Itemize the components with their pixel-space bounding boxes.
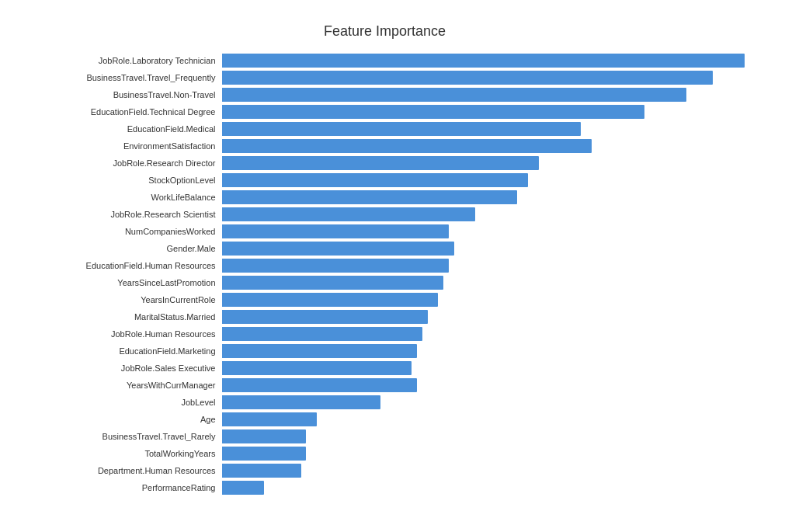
bar-fill <box>222 242 454 256</box>
chart-body: JobRole.Laboratory TechnicianBusinessTra… <box>20 52 750 509</box>
bar-row: MaritalStatus.Married <box>20 308 750 325</box>
bar-row: Age <box>20 411 750 427</box>
bar-label: JobRole.Research Director <box>20 158 222 168</box>
bar-row: PerformanceRating <box>20 479 750 495</box>
bar-track <box>222 122 750 136</box>
bar-track <box>222 481 750 495</box>
bar-label: NumCompaniesWorked <box>20 227 222 236</box>
bar-label: Gender.Male <box>20 244 222 253</box>
bar-track <box>222 293 750 307</box>
bar-label: BusinessTravel.Travel_Rarely <box>20 432 222 441</box>
bar-label: BusinessTravel.Non-Travel <box>20 90 222 99</box>
bar-label: JobRole.Human Resources <box>20 329 222 339</box>
bar-track <box>222 310 750 324</box>
bar-fill <box>222 156 539 170</box>
bar-fill <box>222 139 592 153</box>
bar-track <box>222 105 750 119</box>
chart-container: Feature Importance JobRole.Laboratory Te… <box>12 8 773 524</box>
bar-fill <box>222 105 644 119</box>
bar-label: JobRole.Sales Executive <box>20 363 222 373</box>
bar-track <box>222 224 750 238</box>
bar-track <box>222 276 750 290</box>
bar-fill <box>222 344 418 358</box>
bar-fill <box>222 481 264 495</box>
bar-fill <box>222 293 439 307</box>
bar-track <box>222 344 750 358</box>
bar-label: YearsInCurrentRole <box>20 295 222 304</box>
bar-track <box>222 71 750 85</box>
bar-label: Department.Human Resources <box>20 466 222 475</box>
bar-label: EducationField.Human Resources <box>20 261 222 270</box>
bar-fill <box>222 395 380 409</box>
bar-label: JobRole.Laboratory Technician <box>20 56 222 65</box>
bar-fill <box>222 464 301 478</box>
bar-fill <box>222 224 449 238</box>
bar-label: YearsSinceLastPromotion <box>20 278 222 287</box>
bar-track <box>222 429 750 443</box>
bar-row: JobLevel <box>20 394 750 410</box>
bar-row: Gender.Male <box>20 240 750 256</box>
bar-fill <box>222 361 412 375</box>
bar-label: JobLevel <box>20 398 222 407</box>
bar-track <box>222 156 750 170</box>
bar-label: PerformanceRating <box>20 483 222 492</box>
bar-track <box>222 54 750 68</box>
bar-label: MaritalStatus.Married <box>20 312 222 322</box>
bar-track <box>222 242 750 256</box>
bar-fill <box>222 207 475 221</box>
bar-label: YearsWithCurrManager <box>20 381 222 390</box>
bar-fill <box>222 310 428 324</box>
bar-label: EducationField.Medical <box>20 124 222 134</box>
bar-fill <box>222 429 307 443</box>
bar-row: TotalWorkingYears <box>20 445 750 461</box>
bar-fill <box>222 327 422 341</box>
bar-row: Department.Human Resources <box>20 462 750 478</box>
bar-fill <box>222 122 581 136</box>
bar-label: EducationField.Technical Degree <box>20 107 222 116</box>
bar-fill <box>222 88 686 102</box>
bar-track <box>222 259 750 273</box>
bar-fill <box>222 71 713 85</box>
bar-row: YearsInCurrentRole <box>20 291 750 308</box>
bar-row: BusinessTravel.Travel_Rarely <box>20 428 750 444</box>
bar-label: TotalWorkingYears <box>20 449 222 458</box>
bar-fill <box>222 173 528 187</box>
bar-row: WorkLifeBalance <box>20 189 750 205</box>
bar-row: YearsSinceLastPromotion <box>20 274 750 290</box>
bar-track <box>222 464 750 478</box>
bar-track <box>222 88 750 102</box>
bar-track <box>222 139 750 153</box>
bar-label: Age <box>20 415 222 424</box>
bar-fill <box>222 276 444 290</box>
bar-row: EducationField.Technical Degree <box>20 103 750 120</box>
bar-fill <box>222 447 307 461</box>
bar-fill <box>222 259 449 273</box>
bar-row: BusinessTravel.Travel_Frequently <box>20 69 750 85</box>
bar-track <box>222 447 750 461</box>
bar-row: StockOptionLevel <box>20 172 750 188</box>
bar-label: WorkLifeBalance <box>20 193 222 202</box>
bar-label: StockOptionLevel <box>20 176 222 185</box>
bar-track <box>222 173 750 187</box>
bar-track <box>222 361 750 375</box>
bar-fill <box>222 378 418 392</box>
bar-label: EducationField.Marketing <box>20 346 222 356</box>
bar-track <box>222 378 750 392</box>
bar-row: JobRole.Sales Executive <box>20 360 750 376</box>
bar-row: YearsWithCurrManager <box>20 377 750 393</box>
bar-row: JobRole.Research Director <box>20 155 750 171</box>
bar-row: JobRole.Research Scientist <box>20 206 750 222</box>
chart-title: Feature Importance <box>20 23 750 40</box>
bar-row: EducationField.Human Resources <box>20 257 750 273</box>
bar-fill <box>222 412 317 426</box>
bar-row: EducationField.Medical <box>20 120 750 137</box>
bar-label: EnvironmentSatisfaction <box>20 141 222 151</box>
bar-row: EducationField.Marketing <box>20 342 750 359</box>
bar-track <box>222 327 750 341</box>
bar-fill <box>222 190 518 204</box>
bar-row: NumCompaniesWorked <box>20 223 750 239</box>
bar-row: JobRole.Human Resources <box>20 325 750 342</box>
bar-fill <box>222 54 745 68</box>
bar-label: BusinessTravel.Travel_Frequently <box>20 73 222 82</box>
bar-track <box>222 190 750 204</box>
